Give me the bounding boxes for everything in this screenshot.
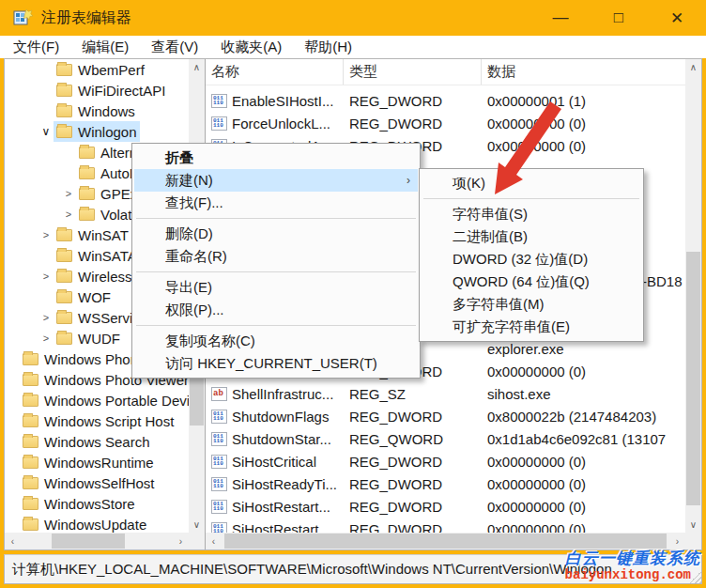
tree-item-body[interactable]: WindowsUpdate	[20, 514, 149, 533]
tree-item-label: WindowsRuntime	[44, 455, 154, 471]
tree-item-windows-search[interactable]: Windows Search	[5, 431, 189, 452]
column-header-2[interactable]: 数据	[482, 59, 685, 85]
resize-grip[interactable]	[689, 571, 701, 583]
tree-item-body[interactable]: WinSAT	[54, 224, 131, 245]
context-menu-item-2[interactable]: 查找(F)...	[134, 192, 418, 214]
tree-item-body[interactable]: WindowsRuntime	[20, 452, 157, 472]
tree-item-label: WindowsUpdate	[44, 517, 146, 533]
tree-item-body[interactable]: WUDF	[54, 328, 123, 348]
folder-icon	[23, 456, 38, 469]
submenu-item-5[interactable]: QWORD (64 位)值(Q)	[422, 271, 641, 293]
context-menu-item-4[interactable]: 删除(D)	[134, 223, 418, 245]
tree-item-body[interactable]: WinSATA	[54, 245, 140, 266]
scroll-left-icon[interactable]: ‹	[5, 534, 21, 549]
scroll-up-icon[interactable]: ∧	[189, 59, 205, 75]
folder-icon	[79, 147, 95, 159]
list-hscroll-thumb[interactable]	[224, 534, 667, 549]
tree-item-winlogon[interactable]: ∨Winlogon	[5, 121, 189, 142]
context-menu-item-8[interactable]: 权限(P)...	[134, 299, 418, 321]
value-row[interactable]: 011110ShutdownStar...REG_QWORD0x1d1ab4c6…	[206, 427, 685, 450]
tree-item-body[interactable]: WiFiDirectAPI	[54, 80, 168, 101]
tree-item-body[interactable]: Windows Search	[20, 431, 153, 452]
chevron-down-icon[interactable]: ∨	[38, 125, 54, 138]
chevron-right-icon[interactable]: >	[38, 229, 54, 240]
tree-item-body[interactable]: Winlogon	[54, 121, 140, 142]
column-header-0[interactable]: 名称	[206, 59, 344, 85]
folder-icon	[56, 85, 72, 97]
tree-item-body[interactable]: WindowsSelfHost	[20, 472, 158, 493]
folder-icon	[23, 395, 38, 407]
tree-item-windowsupdate[interactable]: WindowsUpdate	[5, 514, 189, 533]
submenu-item-2[interactable]: 字符串值(S)	[422, 203, 641, 225]
menubar-item-0[interactable]: 文件(F)	[2, 36, 70, 58]
chevron-right-icon[interactable]: >	[38, 333, 54, 344]
value-row[interactable]: 011110SiHostRestart...REG_DWORD0x0000000…	[206, 495, 685, 518]
submenu-item-4[interactable]: DWORD (32 位)值(D)	[422, 248, 641, 271]
folder-icon	[56, 291, 72, 303]
submenu-item-7[interactable]: 可扩充字符串值(E)	[422, 316, 641, 338]
scroll-down-icon[interactable]: ∨	[189, 517, 205, 533]
tree-item-wbemperf[interactable]: WbemPerf	[5, 59, 189, 80]
value-row[interactable]: 011110SiHostCriticalREG_DWORD0x00000000 …	[206, 450, 685, 472]
value-type: REG_DWORD	[344, 409, 482, 425]
tree-item-body[interactable]: WOF	[54, 286, 114, 307]
context-menu-item-7[interactable]: 导出(E)	[134, 276, 418, 299]
value-row[interactable]: 011110EnableSIHostI...REG_DWORD0x0000000…	[206, 89, 685, 112]
scroll-down-icon[interactable]: ∨	[685, 517, 701, 533]
value-row[interactable]: abShellInfrastruc...REG_SZsihost.exe	[206, 382, 685, 405]
scroll-right-icon[interactable]: ›	[173, 534, 189, 549]
tree-item-body[interactable]: WindowsStore	[20, 493, 138, 514]
tree-item-windowsstore[interactable]: WindowsStore	[5, 493, 189, 514]
chevron-right-icon[interactable]: >	[61, 188, 76, 199]
tree-item-windowsselfhost[interactable]: WindowsSelfHost	[5, 472, 189, 493]
menubar-item-3[interactable]: 收藏夹(A)	[209, 36, 293, 58]
folder-icon	[23, 518, 38, 531]
tree-item-body[interactable]: Windows Portable Devi	[20, 390, 189, 410]
tree-item-body[interactable]: Windows Phone	[20, 348, 148, 369]
submenu-item-3[interactable]: 二进制值(B)	[422, 225, 641, 248]
context-menu-item-5[interactable]: 重命名(R)	[134, 245, 418, 268]
chevron-right-icon[interactable]: >	[38, 271, 54, 282]
tree-item-body[interactable]: WbemPerf	[54, 59, 147, 80]
value-row[interactable]: 011110ForceUnlockL...REG_DWORD0x00000000…	[206, 112, 685, 134]
tree-item-wifidirectapi[interactable]: WiFiDirectAPI	[5, 80, 189, 101]
tree-hscroll-thumb[interactable]	[52, 534, 125, 549]
value-type: REG_QWORD	[344, 431, 482, 447]
tree-item-windows[interactable]: Windows	[5, 101, 189, 121]
value-row[interactable]: 011110SiHostReadyTi...REG_DWORD0x0000000…	[206, 472, 685, 495]
context-menu-item-10[interactable]: 复制项名称(C)	[134, 330, 418, 352]
tree-item-body[interactable]: Altern	[76, 142, 140, 162]
tree-item-body[interactable]: AutoL	[76, 162, 140, 183]
value-row[interactable]: 011110SiHostRestart...REG_DWORD0x0000000…	[206, 518, 685, 533]
tree-item-body[interactable]: Windows Script Host	[20, 410, 176, 431]
value-row[interactable]: 011110ShutdownFlagsREG_DWORD0x8000022b (…	[206, 405, 685, 427]
menubar-item-2[interactable]: 查看(V)	[140, 36, 209, 58]
tree-item-body[interactable]: Windows	[54, 101, 138, 121]
submenu-item-6[interactable]: 多字符串值(M)	[422, 293, 641, 316]
list-horizontal-scrollbar[interactable]: ‹ ›	[206, 533, 685, 549]
list-vertical-scrollbar[interactable]: ∧ ∨	[685, 59, 701, 533]
context-menu-item-1[interactable]: 新建(N)›	[134, 169, 418, 192]
scroll-left-icon[interactable]: ‹	[206, 534, 222, 549]
column-header-1[interactable]: 类型	[344, 59, 482, 85]
tree-item-body[interactable]: WSServic	[54, 307, 143, 328]
chevron-right-icon[interactable]: >	[38, 312, 54, 323]
menubar-item-4[interactable]: 帮助(H)	[293, 36, 363, 58]
tree-item-windows-script-host[interactable]: Windows Script Host	[5, 410, 189, 431]
submenu-item-0[interactable]: 项(K)	[422, 172, 641, 194]
list-vscroll-thumb[interactable]	[686, 252, 700, 505]
chevron-right-icon[interactable]: >	[61, 209, 76, 220]
tree-horizontal-scrollbar[interactable]: ‹ ›	[5, 533, 189, 549]
reg-sz-icon: ab	[211, 387, 227, 401]
close-button[interactable]: ✕	[648, 0, 706, 36]
tree-item-windowsruntime[interactable]: WindowsRuntime	[5, 452, 189, 472]
tree-item-windows-portable-devi[interactable]: Windows Portable Devi	[5, 390, 189, 410]
value-name: SiHostRestart...	[232, 499, 330, 515]
context-menu-item-0[interactable]: 折叠	[134, 147, 418, 169]
context-menu-item-11[interactable]: 访问 HKEY_CURRENT_USER(T)	[134, 352, 418, 375]
menubar-item-1[interactable]: 编辑(E)	[70, 36, 140, 58]
minimize-button[interactable]: —	[531, 0, 590, 36]
maximize-button[interactable]: □	[590, 0, 648, 36]
scroll-right-icon[interactable]: ›	[669, 534, 685, 549]
scroll-up-icon[interactable]: ∧	[685, 59, 701, 75]
